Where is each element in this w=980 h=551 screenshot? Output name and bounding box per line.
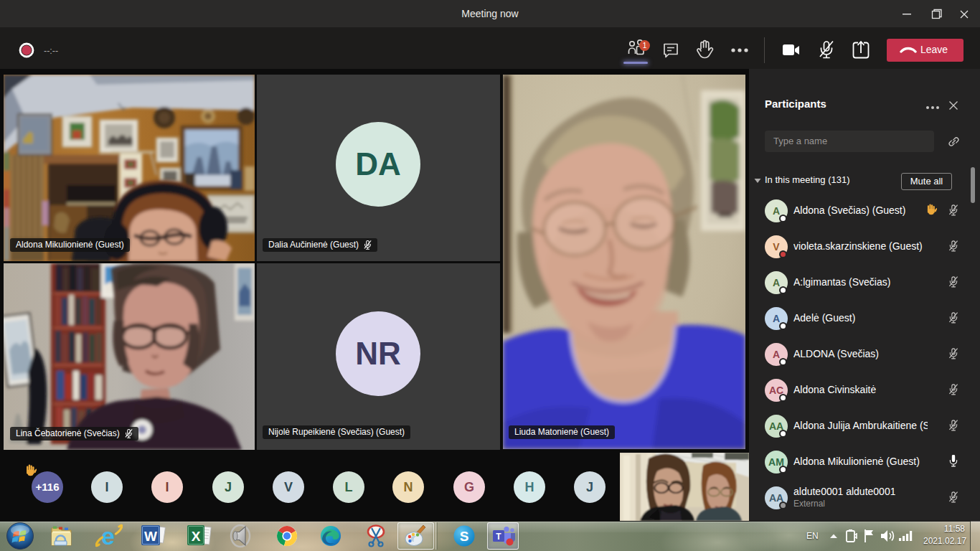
svg-text:X: X — [192, 529, 201, 544]
svg-text:W: W — [144, 529, 157, 544]
svg-text:T: T — [496, 532, 501, 542]
svg-text:S: S — [460, 529, 469, 544]
svg-text:--:--: --:-- — [44, 46, 58, 56]
svg-text:e: e — [101, 523, 115, 549]
